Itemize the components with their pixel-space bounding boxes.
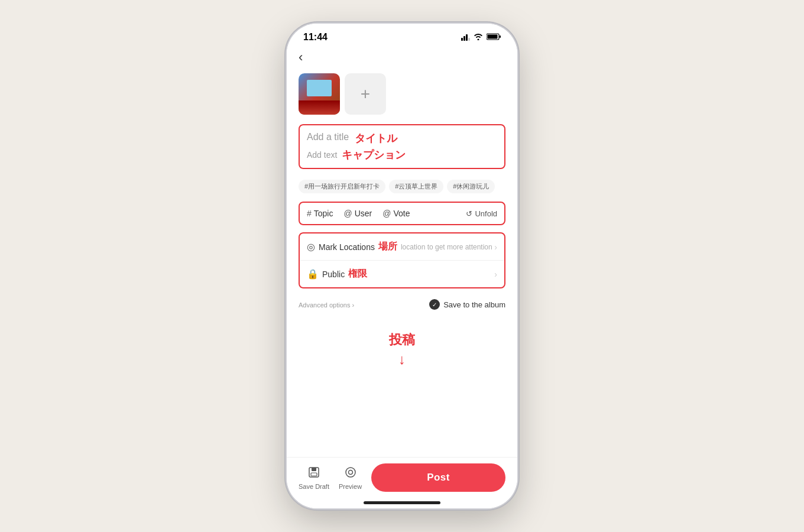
svg-rect-1	[500, 35, 501, 38]
unfold-icon: ↺	[466, 209, 472, 218]
save-draft-action[interactable]: Save Draft	[299, 466, 329, 490]
topic-item[interactable]: # Topic	[307, 209, 333, 218]
preview-label: Preview	[339, 483, 362, 490]
add-photo-button[interactable]: +	[345, 73, 386, 115]
location-label: Mark Locations	[319, 242, 375, 252]
save-album-label: Save to the album	[443, 300, 505, 309]
bottom-bar: Save Draft Preview Post	[287, 457, 517, 497]
unfold-label: Unfold	[475, 209, 497, 218]
preview-icon	[344, 466, 357, 482]
photo-thumbnail[interactable]	[299, 73, 340, 115]
lock-icon: 🔒	[307, 268, 319, 280]
content-area: ‹ + Add a title タイトル Add text キャプション	[287, 46, 517, 457]
title-annotation: タイトル	[355, 131, 397, 145]
post-arrow-icon: ↓	[287, 351, 517, 368]
privacy-chevron: ›	[494, 270, 497, 279]
hashtag-1[interactable]: #用一场旅行开启新年打卡	[299, 180, 385, 193]
save-draft-label: Save Draft	[299, 483, 329, 490]
battery-icon	[487, 33, 501, 42]
advanced-options-link[interactable]: Advanced options ›	[299, 300, 354, 309]
hashtag-3[interactable]: #休闲游玩儿	[447, 180, 495, 193]
status-bar: 11:44	[287, 24, 517, 46]
photo-image	[299, 73, 340, 115]
unfold-button[interactable]: ↺ Unfold	[466, 209, 497, 218]
topic-label: Topic	[314, 209, 333, 218]
title-caption-box: Add a title タイトル Add text キャプション	[299, 124, 505, 169]
caption-annotation: キャプション	[342, 148, 406, 162]
phone-frame: 11:44	[287, 24, 517, 508]
user-label: User	[355, 209, 372, 218]
title-placeholder: Add a title	[307, 132, 349, 142]
wifi-icon	[474, 33, 483, 42]
svg-rect-4	[312, 468, 316, 471]
post-annotation-label: 投稿	[287, 331, 517, 349]
photo-row: +	[287, 69, 517, 122]
signal-icon	[461, 34, 470, 41]
location-chevron: ›	[494, 242, 497, 252]
post-button[interactable]: Post	[371, 463, 505, 492]
location-annotation: 場所	[378, 241, 397, 253]
hashtag-row: #用一场旅行开启新年打卡 #云顶草上世界 #休闲游玩儿	[287, 176, 517, 199]
privacy-label: Public	[322, 270, 345, 279]
save-draft-icon	[307, 466, 320, 482]
user-item[interactable]: @ User	[343, 209, 372, 218]
status-time: 11:44	[303, 32, 328, 43]
at-icon: @	[343, 209, 352, 218]
options-row: Advanced options › ✓ Save to the album	[287, 296, 517, 319]
svg-point-6	[346, 468, 355, 477]
post-annotation-text: 投稿	[389, 332, 415, 347]
save-check-icon: ✓	[429, 299, 440, 310]
advanced-chevron: ›	[350, 301, 354, 309]
hashtag-2[interactable]: #云顶草上世界	[389, 180, 443, 193]
location-row[interactable]: ◎ Mark Locations 場所 location to get more…	[300, 233, 504, 261]
home-indicator	[287, 497, 517, 508]
advanced-label: Advanced options	[299, 301, 350, 309]
screen: 11:44	[287, 24, 517, 508]
location-privacy-box: ◎ Mark Locations 場所 location to get more…	[299, 232, 505, 288]
privacy-row[interactable]: 🔒 Public 権限 ›	[300, 261, 504, 287]
svg-rect-5	[311, 473, 317, 476]
vote-label: Vote	[393, 209, 410, 218]
status-icons	[461, 33, 501, 42]
home-bar	[364, 501, 440, 504]
save-album-toggle[interactable]: ✓ Save to the album	[429, 299, 505, 310]
svg-rect-2	[488, 35, 498, 39]
topic-row-box: # Topic @ User @ Vote ↺ Unfold	[299, 202, 505, 225]
back-button[interactable]: ‹	[299, 51, 303, 64]
preview-action[interactable]: Preview	[339, 466, 362, 490]
privacy-annotation: 権限	[348, 268, 367, 280]
location-icon: ◎	[307, 241, 315, 252]
hash-icon: #	[307, 209, 312, 218]
vote-item[interactable]: @ Vote	[382, 209, 410, 218]
svg-point-7	[348, 470, 352, 474]
caption-placeholder: Add text	[307, 150, 337, 160]
vote-icon: @	[382, 209, 391, 218]
top-nav: ‹	[287, 46, 517, 69]
location-sub: location to get more attention	[401, 243, 492, 251]
